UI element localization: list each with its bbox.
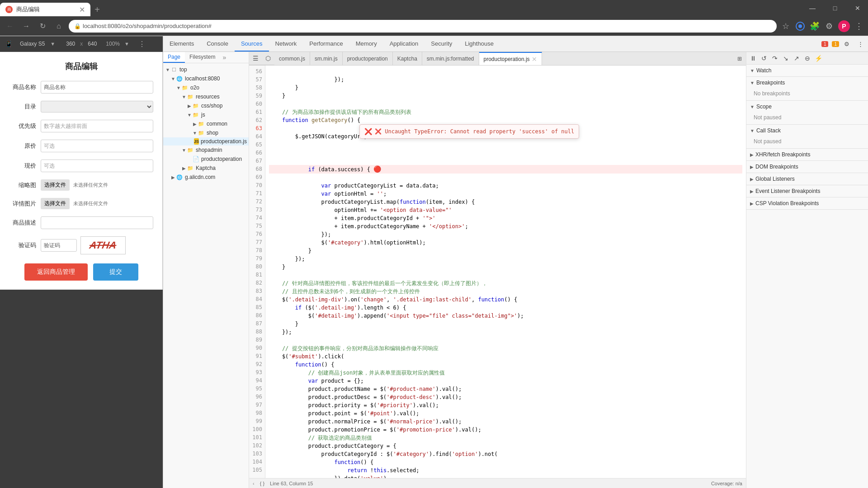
tab-lighthouse[interactable]: Lighthouse: [458, 36, 500, 52]
settings-icon[interactable]: ⚙: [824, 21, 835, 32]
breakpoints-header[interactable]: ▼ Breakpoints: [746, 77, 868, 89]
folder-common-icon: 📁: [198, 120, 205, 127]
deactivate-breakpoints-btn[interactable]: ⊖: [802, 53, 812, 63]
ft-tab-page[interactable]: Page: [163, 52, 185, 63]
input-productname[interactable]: [41, 81, 153, 94]
active-browser-tab[interactable]: 商 商品编辑 ✕: [0, 3, 90, 16]
tab-network[interactable]: Network: [269, 36, 303, 52]
code-line-58: }: [269, 93, 285, 99]
input-promotionprice[interactable]: [41, 160, 153, 172]
device-toolbar-icon[interactable]: 📱: [4, 39, 14, 49]
tree-item-shop[interactable]: ▼ 📁 shop: [163, 128, 249, 137]
tab-application[interactable]: Application: [383, 36, 425, 52]
ft-tab-more[interactable]: »: [220, 52, 229, 63]
tree-item-resources[interactable]: ▼ 📁 resources: [163, 92, 249, 101]
code-tab-commonjs[interactable]: common.js: [274, 52, 310, 66]
input-normalprice[interactable]: [41, 140, 153, 152]
code-line-100: }).data('value'): [269, 475, 387, 478]
tree-item-css[interactable]: ▶ 📁 css/shop: [163, 101, 249, 110]
tab-security[interactable]: Security: [425, 36, 458, 52]
code-tab-productoperation[interactable]: productoperation: [343, 52, 393, 66]
callstack-header[interactable]: ▼ Call Stack: [746, 125, 868, 136]
pause-btn[interactable]: ⏸: [748, 53, 758, 63]
tree-item-o2o[interactable]: ▼ 📁 o2o: [163, 83, 249, 92]
tab-close-icon[interactable]: ✕: [79, 5, 85, 14]
tree-item-kaptcha[interactable]: ▶ 📁 Kaptcha: [163, 164, 249, 173]
forward-button[interactable]: →: [20, 20, 33, 33]
input-captcha[interactable]: [41, 239, 77, 252]
step-out-btn[interactable]: ↗: [792, 53, 802, 63]
event-header[interactable]: ▶ Event Listener Breakpoints: [746, 185, 868, 197]
code-tab-smminjs[interactable]: sm.min.js: [310, 52, 343, 66]
debug-section-global: ▶ Global Listeners: [746, 173, 868, 185]
page-source-btn[interactable]: ⬡: [262, 52, 274, 65]
extensions-icon[interactable]: 🧩: [809, 21, 820, 32]
ln-99: 99: [249, 417, 265, 425]
panel-split-btn[interactable]: ⊞: [733, 52, 746, 65]
scope-header[interactable]: ▼ Scope: [746, 101, 868, 113]
code-line-60: // 为商品添加操作提供该店铺下的所有商品类别列表: [269, 109, 411, 115]
tree-item-shopadmin[interactable]: ▼ 📁 shopadmin: [163, 145, 249, 155]
captcha-image: ATHA: [80, 236, 126, 254]
menu-icon[interactable]: ⋮: [854, 21, 864, 32]
devtools-settings-btn[interactable]: ⚙: [841, 38, 853, 50]
form-row-normalprice: 原价: [9, 140, 153, 152]
devtools-more-btn[interactable]: ⋮: [854, 38, 866, 50]
code-tab-kaptcha[interactable]: Kaptcha: [393, 52, 422, 66]
back-button[interactable]: 返回商品管理: [24, 263, 88, 281]
submit-button[interactable]: 提交: [93, 263, 138, 281]
tree-item-common[interactable]: ▶ 📁 common: [163, 119, 249, 128]
step-over-btn[interactable]: ↷: [770, 53, 780, 63]
maximize-button[interactable]: □: [825, 0, 845, 16]
code-editor-scroll[interactable]: 56 57 58 59 60 61 62 63 64 65 66: [249, 66, 746, 478]
tree-item-productoperation-page[interactable]: ▶ 📄 productoperation: [163, 155, 249, 164]
code-tab-smminjs-formatted[interactable]: sm.min.js:formatted: [422, 52, 479, 66]
tree-item-top[interactable]: ▼ ☐ top: [163, 65, 249, 74]
tree-item-alicdn[interactable]: ▶ 🌐 g.alicdn.com: [163, 173, 249, 182]
form-buttons: 返回商品管理 提交: [9, 263, 153, 281]
dom-header[interactable]: ▶ DOM Breakpoints: [746, 161, 868, 173]
tab-performance[interactable]: Performance: [303, 36, 349, 52]
breakpoints-none: No breakpoints: [746, 89, 868, 100]
new-tab-button[interactable]: +: [90, 3, 104, 16]
tree-item-productoperation-js[interactable]: ▶ JS productoperation.js: [163, 137, 249, 145]
csp-header[interactable]: ▶ CSP Violation Breakpoints: [746, 197, 868, 209]
back-button[interactable]: ←: [4, 20, 16, 33]
resume-btn[interactable]: ↺: [759, 53, 769, 63]
profile-avatar[interactable]: P: [838, 20, 850, 32]
tab-elements[interactable]: Elements: [163, 36, 200, 52]
tab-memory[interactable]: Memory: [349, 36, 383, 52]
code-line-84: // 提交按钮的事件响应，分别对商品添加和编辑操作做不同响应: [269, 345, 439, 352]
step-into-btn[interactable]: ↘: [781, 53, 791, 63]
choose-file-btn-detailimg[interactable]: 选择文件: [41, 198, 70, 209]
xhr-header[interactable]: ▶ XHR/fetch Breakpoints: [746, 149, 868, 160]
textarea-desc[interactable]: [41, 216, 153, 229]
scope-arrow: ▼: [750, 104, 755, 109]
tree-item-localhost[interactable]: ▼ 🌐 localhost:8080: [163, 74, 249, 83]
code-tab-productoperationjs[interactable]: productoperation.js ✕: [479, 52, 542, 66]
url-bar[interactable]: 🔒 localhost:8080/o2o/shopadmin/productop…: [69, 20, 777, 33]
form-row-priority: 优先级: [9, 120, 153, 132]
bookmark-icon[interactable]: ☆: [780, 21, 791, 32]
global-header[interactable]: ▶ Global Listeners: [746, 173, 868, 185]
input-priority[interactable]: [41, 120, 153, 132]
choose-file-btn-thumbnail[interactable]: 选择文件: [41, 179, 70, 191]
watch-header[interactable]: ▼ Watch: [746, 65, 868, 76]
ft-tab-filesystem[interactable]: Filesystem: [185, 52, 220, 63]
format-btn[interactable]: { }: [260, 481, 264, 486]
label-promotionprice: 现价: [9, 162, 41, 170]
minimize-button[interactable]: —: [802, 0, 823, 16]
tree-item-js[interactable]: ▼ 📁 js: [163, 110, 249, 119]
more-device-options[interactable]: ⋮: [138, 40, 146, 48]
code-tab-close-icon[interactable]: ✕: [532, 56, 537, 63]
ln-57: 57: [249, 75, 265, 84]
select-category[interactable]: [41, 101, 153, 113]
home-button[interactable]: ⌂: [52, 20, 65, 33]
chrome-icon: [795, 21, 806, 32]
sidebar-toggle-btn[interactable]: ☰: [249, 52, 262, 65]
reload-button[interactable]: ↻: [36, 20, 49, 33]
close-window-button[interactable]: ✕: [847, 0, 868, 16]
tab-console[interactable]: Console: [200, 36, 235, 52]
tab-sources[interactable]: Sources: [235, 36, 269, 52]
pause-exceptions-btn[interactable]: ⚡: [813, 53, 823, 63]
